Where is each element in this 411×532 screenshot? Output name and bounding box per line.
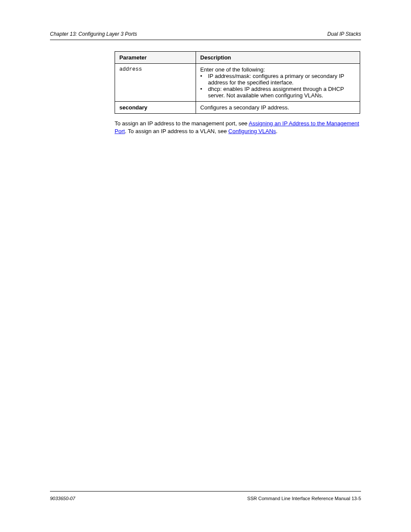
param-cell-address: address	[115, 64, 196, 102]
bullet-text: dhcp: enables IP address assignment thro…	[208, 86, 355, 99]
header-topic: Dual IP Stacks	[327, 31, 361, 37]
desc-intro: Enter one of the following:	[200, 66, 355, 73]
footer-page-label: SSR Command Line Interface Reference Man…	[247, 496, 361, 501]
bullet-text: IP address/mask: configures a primary or…	[208, 73, 355, 86]
desc-cell-address: Enter one of the following: • IP address…	[196, 64, 360, 102]
note-prefix: To assign an IP address to the managemen…	[115, 120, 249, 127]
param-cell-secondary: secondary	[115, 102, 196, 114]
page-footer: 9033650-07 SSR Command Line Interface Re…	[50, 491, 361, 501]
page-header: Chapter 13: Configuring Layer 3 Ports Du…	[50, 31, 361, 40]
note-tail: .	[276, 128, 278, 134]
table-header-row: Parameter Description	[115, 52, 360, 64]
table-row: address Enter one of the following: • IP…	[115, 64, 360, 102]
col-header-description: Description	[196, 52, 360, 64]
cross-reference-note: To assign an IP address to the managemen…	[115, 120, 361, 135]
header-chapter: Chapter 13: Configuring Layer 3 Ports	[50, 31, 137, 37]
desc-cell-secondary: Configures a secondary IP address.	[196, 102, 360, 114]
footer-doc-number: 9033650-07	[50, 496, 75, 501]
parameter-table: Parameter Description address Enter one …	[115, 51, 360, 114]
table-row: secondary Configures a secondary IP addr…	[115, 102, 360, 114]
note-suffix: . To assign an IP address to a VLAN, see	[125, 128, 228, 134]
col-header-parameter: Parameter	[115, 52, 196, 64]
bullet-item: • dhcp: enables IP address assignment th…	[200, 86, 355, 99]
bullet-item: • IP address/mask: configures a primary …	[200, 73, 355, 86]
bullet-marker: •	[200, 73, 208, 86]
link-configuring-vlans[interactable]: Configuring VLANs	[228, 128, 276, 134]
bullet-marker: •	[200, 86, 208, 99]
parameter-table-wrap: Parameter Description address Enter one …	[115, 51, 360, 114]
